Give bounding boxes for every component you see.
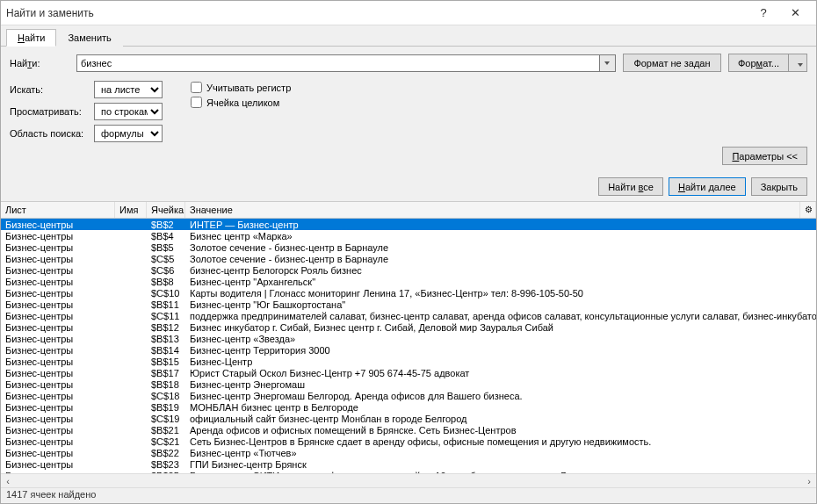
table-row[interactable]: Бизнес-центры$C$5Золотое сечение - бизне… [1,253,816,264]
cell-ref: $B$15 [147,356,185,367]
results-body[interactable]: Бизнес-центры$B$2ИНТЕР — Бизнес-центрБиз… [1,219,816,473]
find-next-button[interactable]: Найти далее [669,177,746,196]
cell-sheet: Бизнес-центры [1,356,115,367]
table-row[interactable]: Бизнес-центры$B$14Бизнес-центр Территори… [1,344,816,356]
col-value[interactable]: Значение [185,202,800,218]
cell-ref: $B$18 [147,379,185,390]
cell-ref: $B$2 [147,220,185,230]
cell-sheet: Бизнес-центры [1,459,115,470]
find-input[interactable] [76,54,600,72]
cell-sheet: Бизнес-центры [1,402,115,413]
search-in-label: Искать: [10,84,94,95]
cell-ref: $C$6 [147,265,185,276]
statusbar: 1417 ячеек найдено [1,487,816,503]
col-name[interactable]: Имя [115,202,147,218]
column-settings-icon[interactable]: ⚙ [800,202,816,218]
table-row[interactable]: Бизнес-центры$C$19официальный сайт бизне… [1,413,816,424]
scroll-left-arrow[interactable]: ‹ [1,474,15,488]
cell-value: Бизнес-центр «Тютчев» [185,448,816,458]
cell-value: Бизнес-центр Территория 3000 [185,345,816,356]
table-row[interactable]: Бизнес-центры$B$17Юрист Старый Оскол Биз… [1,367,816,378]
table-row[interactable]: Бизнес-центры$C$10Карты водителя | Глона… [1,287,816,299]
cell-ref: $B$22 [147,448,185,458]
cell-value: Золотое сечение - бизнес-центр в Барнаул… [185,242,816,253]
table-row[interactable]: Бизнес-центры$B$11Бизнес-центр "Юг Башко… [1,299,816,310]
table-row[interactable]: Бизнес-центры$C$11поддержка предпринимат… [1,310,816,321]
table-row[interactable]: Бизнес-центры$C$21Сеть Бизнес-Центров в … [1,436,816,447]
cell-value: Бизнес-центр «Звезда» [185,334,816,344]
cell-sheet: Бизнес-центры [1,220,115,230]
cell-sheet: Бизнес-центры [1,425,115,436]
options-col1: Искать: на листе Просматривать: по строк… [10,81,164,142]
col-sheet[interactable]: Лист [1,202,115,218]
chevron-down-icon [604,61,610,65]
results-header: Лист Имя Ячейка Значение ⚙ [1,201,816,219]
cell-sheet: Бизнес-центры [1,436,115,447]
table-row[interactable]: Бизнес-центры$B$18Бизнес-центр Энергомаш [1,378,816,390]
tab-replace[interactable]: Заменить [56,29,122,47]
cell-value: Бизнес инкубатор г. Сибай, Бизнес центр … [185,322,816,333]
cell-ref: $B$12 [147,322,185,333]
look-in-select[interactable]: формулы [94,125,163,142]
table-row[interactable]: Бизнес-центры$B$8Бизнес-центр "Архангель… [1,276,816,287]
cell-ref: $C$11 [147,311,185,321]
titlebar: Найти и заменить ? ✕ [1,1,816,25]
table-row[interactable]: Бизнес-центры$B$23ГПИ Бизнес-центр Брянс… [1,458,816,470]
tab-find[interactable]: Найти [6,29,56,47]
params-row: Параметры << [10,147,807,165]
close-window-button[interactable]: ✕ [779,1,811,25]
format-status-button[interactable]: Формат не задан [623,54,721,72]
cell-sheet: Бизнес-центры [1,242,115,253]
scroll-right-arrow[interactable]: › [802,474,816,488]
cell-value: Юрист Старый Оскол Бизнес-Центр +7 905 6… [185,368,816,378]
find-dropdown-button[interactable] [600,54,616,72]
table-row[interactable]: Бизнес-центры$B$13Бизнес-центр «Звезда» [1,333,816,344]
table-row[interactable]: Бизнес-центры$C$6бизнес-центр Белогорск … [1,264,816,276]
format-dropdown-button[interactable] [788,54,807,72]
cell-ref: $C$19 [147,414,185,424]
cell-sheet: Бизнес-центры [1,345,115,356]
whole-cell-checkbox[interactable]: Ячейка целиком [191,97,291,108]
cell-value: Бизнес-Центр [185,356,816,367]
col-cell[interactable]: Ячейка [147,202,185,218]
table-row[interactable]: Бизнес-центры$C$18Бизнес-центр Энергомаш… [1,390,816,401]
cell-sheet: Бизнес-центры [1,448,115,458]
cell-sheet: Бизнес-центры [1,299,115,310]
options-grid: Искать: на листе Просматривать: по строк… [10,81,807,142]
table-row[interactable]: Бизнес-центры$B$4Бизнес центр «Марка» [1,230,816,241]
table-row[interactable]: Бизнес-центры$B$15Бизнес-Центр [1,356,816,367]
options-toggle-button[interactable]: Параметры << [722,147,807,165]
cell-value: официальный сайт бизнес-центр Монблан в … [185,414,816,424]
find-all-button[interactable]: Найти все [598,177,663,196]
table-row[interactable]: Бизнес-центры$B$2ИНТЕР — Бизнес-центр [1,219,816,230]
look-by-select[interactable]: по строкам [94,103,163,120]
match-case-checkbox[interactable]: Учитывать регистр [191,82,291,93]
cell-ref: $B$11 [147,299,185,310]
cell-ref: $B$17 [147,368,185,378]
cell-sheet: Бизнес-центры [1,322,115,333]
table-row[interactable]: Бизнес-центры$B$12Бизнес инкубатор г. Си… [1,321,816,333]
horizontal-scrollbar[interactable]: ‹ › [1,473,816,487]
find-row: Найти: Формат не задан Формат... [10,54,807,72]
cell-sheet: Бизнес-центры [1,288,115,299]
scroll-track[interactable] [15,474,802,488]
search-in-select[interactable]: на листе [94,81,163,98]
cell-sheet: Бизнес-центры [1,231,115,241]
window-title: Найти и заменить [6,7,748,19]
cell-value: Бизнес центр «Марка» [185,231,816,241]
look-in-label: Область поиска: [10,128,94,139]
table-row[interactable]: Бизнес-центры$B$5Золотое сечение - бизне… [1,241,816,253]
find-input-wrap [76,54,616,72]
chevron-down-icon [798,63,803,67]
table-row[interactable]: Бизнес-центры$B$19МОНБЛАН бизнес центр в… [1,401,816,413]
table-row[interactable]: Бизнес-центры$B$21Аренда офисов и офисны… [1,424,816,436]
cell-ref: $B$4 [147,231,185,241]
cell-sheet: Бизнес-центры [1,368,115,378]
table-row[interactable]: Бизнес-центры$B$22Бизнес-центр «Тютчев» [1,447,816,458]
format-button-group: Формат... [728,54,807,72]
close-button[interactable]: Закрыть [751,177,807,196]
cell-value: Аренда офисов и офисных помещений в Брян… [185,425,816,436]
cell-value: Золотое сечение - бизнес-центр в Барнаул… [185,254,816,264]
format-button[interactable]: Формат... [728,54,789,72]
help-button[interactable]: ? [748,1,779,25]
